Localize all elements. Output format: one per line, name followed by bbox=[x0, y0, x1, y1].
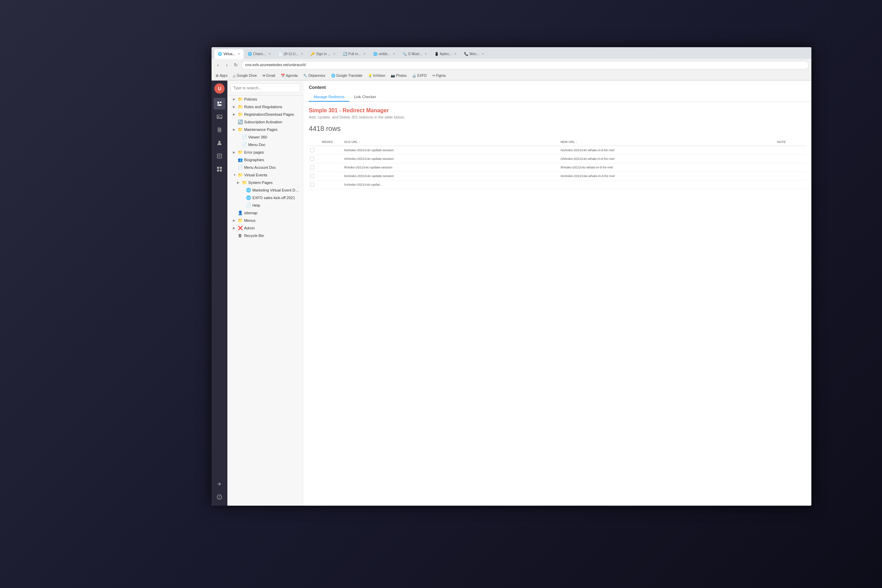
folder-icon-maintenance: 📁 bbox=[238, 127, 243, 132]
oldurl-sort-icon[interactable]: ↕ bbox=[358, 140, 360, 144]
row5-checkbox[interactable] bbox=[310, 183, 314, 187]
sidebar-icon-users[interactable] bbox=[214, 137, 225, 149]
row4-checkbox[interactable] bbox=[310, 174, 314, 178]
reload-button[interactable]: ↻ bbox=[232, 62, 239, 69]
tab-close-5-icon[interactable]: × bbox=[393, 52, 395, 56]
tree-item-biographies[interactable]: ▶ 👥 Biographies bbox=[227, 156, 303, 164]
newurl-sort-icon[interactable]: ↕ bbox=[576, 140, 578, 144]
tree-item-recyclebin[interactable]: ▶ 🗑 Recycle Bin bbox=[227, 232, 303, 239]
gmail-icon: ✉ bbox=[262, 74, 265, 78]
tab-2[interactable]: 📄 (8+1) U... × bbox=[275, 49, 307, 59]
tree-label-error: Error pages bbox=[244, 150, 301, 154]
tab-label-1: Chanc... bbox=[253, 52, 266, 56]
bookmark-apps[interactable]: ⊞ Apps bbox=[214, 74, 229, 78]
tab-6[interactable]: 🔍 G Muel... × bbox=[399, 49, 430, 59]
row3-checkbox[interactable] bbox=[310, 165, 314, 170]
tree-item-menudoc[interactable]: ▶ 📄 Menu Doc bbox=[227, 141, 303, 148]
apps-label: Apps bbox=[219, 74, 227, 78]
tab-bar: 🌐 Virtua... × 🌐 Chanc... × 📄 (8+1) U... … bbox=[212, 47, 812, 59]
row2-old-url: /zh/esko-2021/c4c-update-session bbox=[344, 157, 550, 160]
bookmark-depanneur[interactable]: 🔧 Dépanneur bbox=[302, 74, 327, 78]
tab-close-8-icon[interactable]: × bbox=[482, 52, 484, 56]
screen: 🌐 Virtua... × 🌐 Chanc... × 📄 (8+1) U... … bbox=[212, 47, 812, 506]
tab-7[interactable]: 📱 Apteo... × bbox=[431, 49, 460, 59]
svg-rect-10 bbox=[220, 167, 222, 169]
tab-close-4-icon[interactable]: × bbox=[363, 52, 366, 56]
address-input[interactable] bbox=[241, 61, 808, 69]
tab-manage-redirects[interactable]: Manage Redirects bbox=[309, 93, 349, 102]
tree-arrow-policies: ▶ bbox=[233, 98, 236, 101]
exfo-icon: 🔬 bbox=[412, 74, 416, 78]
sidebar-icon-content[interactable] bbox=[214, 98, 225, 110]
row4-new-url: /en/esko-2021/c4e-whats-in-it-for-me/ bbox=[561, 174, 767, 178]
doc-icon-viewer360: 📄 bbox=[242, 135, 247, 140]
bookmark-gdrive[interactable]: △ Google Drive bbox=[231, 74, 258, 78]
tab-1[interactable]: 🌐 Chanc... × bbox=[244, 49, 274, 59]
tree-arrow-rules: ▶ bbox=[233, 105, 236, 108]
tree-item-maintenance[interactable]: ▶ 📁 Maintenance Pages bbox=[227, 126, 303, 133]
tree-item-exfosales[interactable]: ▶ 🌐 EXFO sales kick-off 2021 bbox=[227, 194, 303, 201]
tree-item-marketingdemo[interactable]: ▶ 🌐 Marketing Virtual Event Demo bbox=[227, 186, 303, 194]
tab-umbraco[interactable]: 🌐 Virtua... × bbox=[214, 49, 243, 59]
tree-item-viewer360[interactable]: ▶ 📄 Viewer 360 bbox=[227, 133, 303, 141]
bookmark-invision[interactable]: 💡 InVision bbox=[367, 74, 387, 78]
tab-close-1-icon[interactable]: × bbox=[269, 52, 271, 56]
tab-close-7-icon[interactable]: × bbox=[454, 52, 456, 56]
tab-4[interactable]: 🔄 Pull m... × bbox=[339, 49, 369, 59]
bookmark-agenda[interactable]: 📅 Agenda bbox=[279, 74, 299, 78]
browser-chrome: 🌐 Virtua... × 🌐 Chanc... × 📄 (8+1) U... … bbox=[212, 47, 812, 81]
tab-link-checker[interactable]: Link Checker bbox=[350, 93, 381, 102]
refresh-icon-subscription: 🔄 bbox=[238, 120, 243, 124]
svg-rect-12 bbox=[220, 170, 222, 171]
sidebar-icon-redirect[interactable] bbox=[214, 478, 225, 490]
bookmark-translate[interactable]: 🌐 Google Translate bbox=[330, 74, 364, 78]
tab-3[interactable]: 🔑 Sign in ... × bbox=[307, 49, 339, 59]
search-input[interactable] bbox=[230, 83, 300, 92]
bookmark-figma[interactable]: ✏ Figma bbox=[431, 74, 447, 78]
tree-item-rules[interactable]: ▶ 📁 Rules and Regulations bbox=[227, 103, 303, 111]
row2-checkbox[interactable] bbox=[310, 157, 314, 161]
tree-item-registration[interactable]: ▶ 📁 Registration/Download Pages bbox=[227, 111, 303, 118]
gmail-label: Gmail bbox=[266, 74, 275, 78]
table-row: /cs/esko-2021/c4c-updat... bbox=[309, 180, 806, 189]
tree-item-sitemap[interactable]: ▶ 👤 sitemap bbox=[227, 209, 303, 217]
back-button[interactable]: ‹ bbox=[214, 62, 221, 69]
row1-old-url: /es/esko-2021/c4c-update-session bbox=[344, 148, 550, 152]
row1-checkbox[interactable] bbox=[310, 148, 314, 152]
tab-close-3-icon[interactable]: × bbox=[333, 52, 335, 56]
tree-item-systempages[interactable]: ▶ 📁 System Pages bbox=[227, 179, 303, 186]
tree-item-admin[interactable]: ▶ ❌ Admin bbox=[227, 224, 303, 232]
svg-point-5 bbox=[218, 141, 220, 143]
sidebar-icon-forms[interactable] bbox=[214, 150, 225, 162]
content-header: Content Manage Redirects Link Checker bbox=[303, 81, 812, 102]
sidebar-icon-media[interactable] bbox=[214, 111, 225, 123]
svg-rect-2 bbox=[218, 104, 222, 106]
svg-rect-6 bbox=[218, 154, 222, 158]
row3-new-url: /fr/esko-2021/c4c-whats-in-it-for-me/ bbox=[561, 165, 767, 169]
tab-5[interactable]: 🌐 umbb... × bbox=[370, 49, 398, 59]
forward-button[interactable]: › bbox=[223, 62, 230, 69]
sidebar-icon-dashboard[interactable] bbox=[214, 163, 225, 175]
sidebar-icon-help[interactable]: ? bbox=[214, 491, 225, 503]
tree-item-menuaccountdoc[interactable]: ▶ 📄 Menu Account Doc bbox=[227, 164, 303, 171]
tab-8[interactable]: 📞 Mon... × bbox=[460, 49, 488, 59]
tree-item-error[interactable]: ▶ 📁 Error pages bbox=[227, 148, 303, 156]
photos-label: Photos bbox=[396, 74, 406, 78]
tab-favicon-1: 🌐 bbox=[248, 52, 252, 56]
tree-item-virtualevents[interactable]: ▼ 📁 Virtual Events bbox=[227, 171, 303, 179]
tab-close-6-icon[interactable]: × bbox=[425, 52, 427, 56]
tree-item-menus[interactable]: ▶ 📁 Menus bbox=[227, 217, 303, 224]
bookmark-exfo[interactable]: 🔬 EXFO bbox=[411, 74, 428, 78]
tab-close-2-icon[interactable]: × bbox=[301, 52, 303, 56]
tree-label-maintenance: Maintenance Pages bbox=[244, 128, 301, 132]
row3-old-url: /fr/esko-2021/c4c-update-session bbox=[344, 165, 550, 169]
bookmark-gmail[interactable]: ✉ Gmail bbox=[261, 74, 277, 78]
bookmark-photos[interactable]: 📷 Photos bbox=[389, 74, 408, 78]
table-row: /fr/esko-2021/c4c-update-session /fr/esk… bbox=[309, 163, 806, 172]
doc-icon-help: 📄 bbox=[246, 203, 251, 208]
tree-item-policies[interactable]: ▶ 📁 Policies bbox=[227, 95, 303, 103]
tree-item-help[interactable]: ▶ 📄 Help ••• bbox=[227, 201, 303, 209]
sidebar-icon-settings[interactable] bbox=[214, 124, 225, 136]
tab-close-icon[interactable]: × bbox=[238, 52, 240, 56]
tree-item-subscription[interactable]: ▶ 🔄 Subscription Activation bbox=[227, 118, 303, 126]
